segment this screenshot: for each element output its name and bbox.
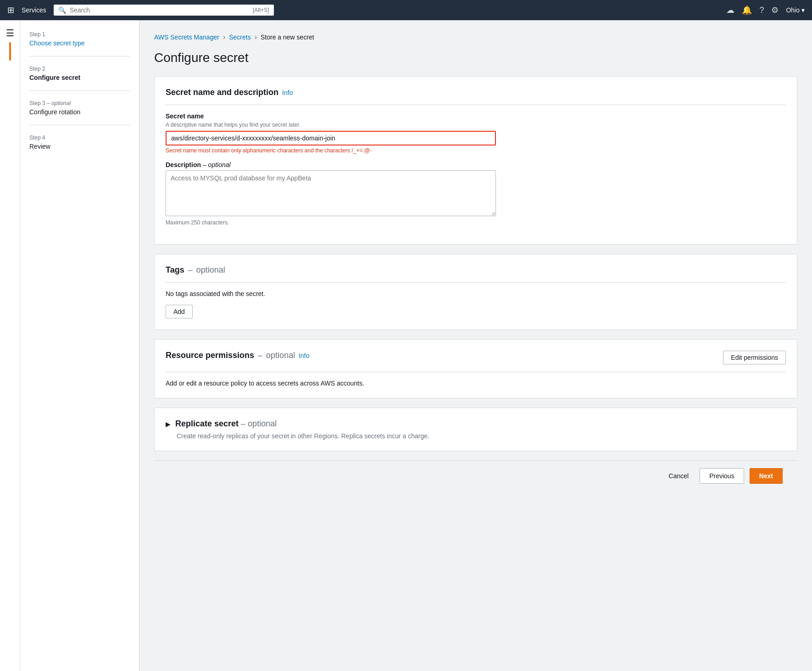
secret-name-hint: A descriptive name that helps you find y… — [166, 122, 786, 128]
breadcrumb-sep2: › — [255, 33, 257, 41]
page-footer: Cancel Previous Next — [154, 460, 797, 491]
edit-permissions-button[interactable]: Edit permissions — [723, 351, 786, 364]
tags-header: Tags – optional — [166, 265, 786, 283]
secret-name-label: Secret name — [166, 112, 786, 120]
step-item-2: Step 2 Configure secret — [29, 66, 130, 91]
region-selector[interactable]: Ohio ▾ — [786, 6, 805, 14]
step3-label: Step 3 – optional — [29, 100, 130, 106]
secret-name-header: Secret name and description Info — [166, 88, 786, 105]
page-title: Configure secret — [154, 50, 797, 65]
step2-label: Step 2 — [29, 66, 130, 72]
breadcrumb-current: Store a new secret — [261, 34, 314, 41]
step-item-4: Step 4 Review — [29, 134, 130, 159]
secret-name-info-link[interactable]: Info — [282, 89, 293, 96]
step4-label: Step 4 — [29, 134, 130, 141]
description-textarea[interactable] — [166, 170, 496, 216]
services-label[interactable]: Services — [22, 6, 46, 14]
resource-perm-desc: Add or edit a resource policy to access … — [166, 380, 786, 387]
step-item-1: Step 1 Choose secret type — [29, 31, 130, 56]
replicate-header: ▶ Replicate secret – optional — [166, 419, 786, 429]
grid-icon[interactable]: ⊞ — [7, 5, 14, 15]
side-accent — [9, 42, 11, 61]
step-item-3: Step 3 – optional Configure rotation — [29, 100, 130, 125]
breadcrumb: AWS Secrets Manager › Secrets › Store a … — [154, 33, 797, 41]
side-toggle: ☰ — [0, 20, 20, 671]
search-icon: 🔍 — [58, 6, 66, 14]
region-label: Ohio — [786, 6, 800, 14]
bell-icon[interactable]: 🔔 — [742, 5, 752, 15]
secret-name-title: Secret name and description — [166, 88, 278, 97]
search-input[interactable] — [70, 6, 249, 14]
next-button[interactable]: Next — [750, 468, 783, 484]
breadcrumb-secrets[interactable]: Secrets — [229, 34, 250, 41]
gear-icon[interactable]: ⚙ — [771, 5, 779, 15]
add-tag-button[interactable]: Add — [166, 305, 193, 319]
replicate-title: Replicate secret – optional — [175, 419, 277, 429]
cloud-icon[interactable]: ☁ — [726, 5, 734, 15]
resource-perm-header: Resource permissions – optional Info Edi… — [166, 351, 786, 372]
tags-title: Tags — [166, 265, 184, 275]
replicate-optional: optional — [248, 419, 277, 428]
no-tags-text: No tags associated with the secret. — [166, 290, 786, 297]
top-nav: ⊞ Services 🔍 [Alt+S] ☁ 🔔 ? ⚙ Ohio ▾ — [0, 0, 812, 20]
description-max-hint: Maximum 250 characters. — [166, 219, 786, 226]
step2-title: Configure secret — [29, 74, 130, 81]
step1-title[interactable]: Choose secret type — [29, 39, 130, 47]
secret-name-card: Secret name and description Info Secret … — [154, 76, 797, 245]
app-layout: ☰ Step 1 Choose secret type Step 2 Confi… — [0, 20, 812, 671]
secret-name-input[interactable] — [166, 131, 496, 145]
replicate-desc: Create read-only replicas of your secret… — [177, 432, 786, 440]
step4-title[interactable]: Review — [29, 143, 130, 150]
search-shortcut: [Alt+S] — [253, 7, 269, 13]
search-bar: 🔍 [Alt+S] — [54, 5, 274, 16]
previous-button[interactable]: Previous — [700, 468, 744, 484]
description-group: Description – optional Maximum 250 chara… — [166, 161, 786, 226]
replicate-toggle-icon[interactable]: ▶ — [166, 420, 171, 428]
tags-optional: optional — [196, 265, 225, 275]
region-arrow: ▾ — [801, 6, 805, 14]
resource-permissions-card: Resource permissions – optional Info Edi… — [154, 339, 797, 398]
secret-name-group: Secret name A descriptive name that help… — [166, 112, 786, 154]
main-content: AWS Secrets Manager › Secrets › Store a … — [139, 20, 812, 671]
cancel-button[interactable]: Cancel — [663, 470, 695, 482]
nav-icons: ☁ 🔔 ? ⚙ Ohio ▾ — [726, 5, 805, 15]
step3-title[interactable]: Configure rotation — [29, 108, 130, 116]
resource-perm-info-link[interactable]: Info — [299, 352, 309, 359]
hamburger-icon[interactable]: ☰ — [6, 28, 14, 39]
step1-label: Step 1 — [29, 31, 130, 38]
breadcrumb-secrets-manager[interactable]: AWS Secrets Manager — [154, 34, 219, 41]
secret-name-error: Secret name must contain only alphanumer… — [166, 147, 786, 154]
question-icon[interactable]: ? — [759, 6, 764, 15]
tags-card: Tags – optional No tags associated with … — [154, 254, 797, 330]
description-label: Description – optional — [166, 161, 786, 168]
step-nav: Step 1 Choose secret type Step 2 Configu… — [20, 20, 139, 671]
breadcrumb-sep1: › — [223, 33, 225, 41]
resource-perm-optional: optional — [266, 351, 295, 360]
resource-perm-title: Resource permissions – optional Info — [166, 351, 310, 360]
resource-perm-title-block: Resource permissions – optional Info — [166, 351, 310, 360]
replicate-secret-card: ▶ Replicate secret – optional Create rea… — [154, 408, 797, 451]
